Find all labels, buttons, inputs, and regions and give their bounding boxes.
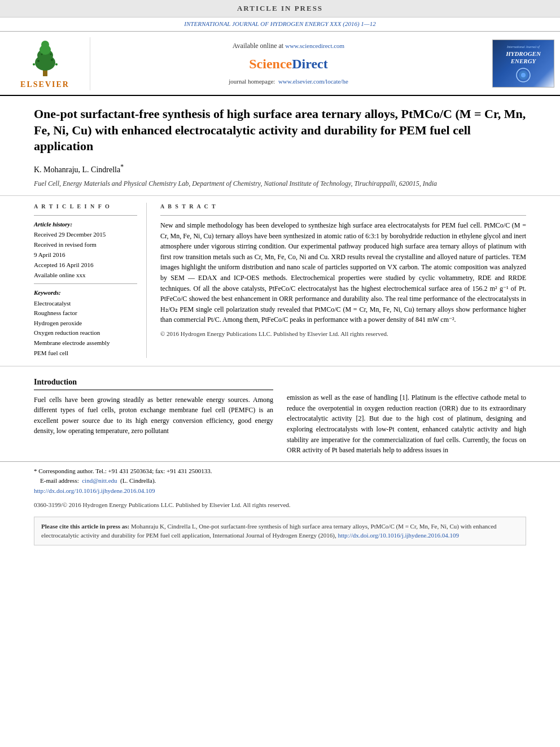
- revised-date: 9 April 2016: [34, 251, 137, 260]
- available-online: Available online xxx: [34, 271, 137, 280]
- divider-2: [34, 283, 137, 284]
- sciencedirect-logo: ScienceDirect: [249, 54, 328, 74]
- email-link[interactable]: cind@nitt.edu: [82, 477, 117, 484]
- svg-point-13: [521, 73, 526, 77]
- citation-prefix-label: Please cite this article in press as:: [41, 523, 129, 530]
- email-suffix: (L. Cindrella).: [120, 477, 156, 484]
- citation-box: Please cite this article in press as: Mo…: [34, 517, 526, 545]
- available-online-text: Available online at www.sciencedirect.co…: [233, 41, 344, 51]
- accepted-date: Accepted 16 April 2016: [34, 261, 137, 270]
- elsevier-tree-icon: [23, 37, 68, 77]
- received-date: Received 29 December 2015: [34, 230, 137, 239]
- svg-point-10: [33, 63, 35, 65]
- keyword-5: Membrane electrode assembly: [34, 338, 137, 348]
- abstract-heading: A B S T R A C T: [160, 203, 526, 211]
- intro-right-text: emission as well as the ease of handling…: [287, 392, 526, 456]
- journal-cover-main-title: HYDROGENENERGY: [506, 50, 541, 64]
- revised-label: Received in revised form: [34, 241, 137, 250]
- keywords-list: Electrocatalyst Roughness factor Hydroge…: [34, 299, 137, 359]
- svg-point-7: [41, 53, 42, 55]
- journal-line: INTERNATIONAL JOURNAL OF HYDROGEN ENERGY…: [0, 18, 560, 32]
- abstract-col: A B S T R A C T New and simple methodolo…: [160, 203, 526, 359]
- body-left-col: Introduction Fuel cells have been growin…: [34, 377, 273, 456]
- svg-point-9: [55, 63, 58, 65]
- article-authors: K. Mohanraju, L. Cindrella*: [34, 163, 526, 176]
- keyword-2: Roughness factor: [34, 308, 137, 318]
- doi-line: http://dx.doi.org/10.1016/j.ijhydene.201…: [34, 486, 526, 496]
- keyword-4: Oxygen reduction reaction: [34, 328, 137, 338]
- elsevier-wordmark: ELSEVIER: [20, 79, 69, 90]
- body-area: Introduction Fuel cells have been growin…: [0, 366, 560, 461]
- svg-point-8: [50, 53, 51, 55]
- introduction-heading: Introduction: [34, 377, 273, 390]
- article-title: One-pot surfactant-free synthesis of hig…: [34, 106, 526, 155]
- keyword-6: PEM fuel cell: [34, 348, 137, 359]
- journal-cover-image: International Journal of HYDROGENENERGY: [492, 40, 554, 88]
- elsevier-logo: ELSEVIER: [20, 37, 69, 90]
- article-title-area: One-pot surfactant-free synthesis of hig…: [0, 96, 560, 196]
- corresponding-asterisk: *: [120, 163, 124, 171]
- journal-homepage-url[interactable]: www.elsevier.com/locate/he: [278, 78, 348, 85]
- article-in-press-banner: ARTICLE IN PRESS: [0, 0, 560, 18]
- history-label: Article history:: [34, 220, 137, 229]
- corresponding-author-note: * Corresponding author. Tel.: +91 431 25…: [34, 466, 526, 477]
- article-info-abstract-area: A R T I C L E I N F O Article history: R…: [0, 196, 560, 367]
- corresponding-author-text: * Corresponding author. Tel.: +91 431 25…: [34, 468, 212, 474]
- abstract-copyright: © 2016 Hydrogen Energy Publications LLC.…: [160, 330, 526, 339]
- abstract-text: New and simple methodology has been deve…: [160, 220, 526, 325]
- direct-part: Direct: [292, 56, 328, 71]
- citation-doi-link[interactable]: http://dx.doi.org/10.1016/j.ijhydene.201…: [338, 532, 460, 539]
- journal-cover-title: International Journal of: [506, 44, 541, 50]
- svg-point-5: [37, 60, 40, 62]
- keyword-3: Hydrogen peroxide: [34, 318, 137, 329]
- footnote-area: * Corresponding author. Tel.: +91 431 25…: [0, 461, 560, 499]
- keywords-label: Keywords:: [34, 289, 137, 298]
- article-info-col: A R T I C L E I N F O Article history: R…: [34, 203, 147, 359]
- authors-text: K. Mohanraju, L. Cindrella: [34, 165, 120, 174]
- email-line: E-mail address: cind@nitt.edu (L. Cindre…: [34, 476, 526, 486]
- email-label: E-mail address:: [40, 477, 79, 484]
- science-part: Science: [249, 56, 292, 71]
- divider-1: [34, 215, 137, 216]
- header-area: ELSEVIER Available online at www.science…: [0, 32, 560, 96]
- svg-point-4: [41, 41, 49, 49]
- article-info-heading: A R T I C L E I N F O: [34, 203, 137, 211]
- header-center: Available online at www.sciencedirect.co…: [90, 37, 487, 90]
- affiliation: Fuel Cell, Energy Materials and Physical…: [34, 179, 526, 189]
- svg-point-6: [51, 59, 53, 61]
- intro-left-text: Fuel cells have been growing steadily as…: [34, 395, 273, 436]
- copyright-footer: 0360-3199/© 2016 Hydrogen Energy Publica…: [0, 499, 560, 512]
- elsevier-logo-area: ELSEVIER: [0, 37, 90, 90]
- doi-link[interactable]: http://dx.doi.org/10.1016/j.ijhydene.201…: [34, 487, 155, 494]
- journal-cover-graphic: [506, 67, 540, 84]
- journal-homepage-line: journal homepage: www.elsevier.com/locat…: [229, 77, 348, 86]
- divider-3: [160, 215, 526, 216]
- keyword-1: Electrocatalyst: [34, 299, 137, 309]
- sciencedirect-url[interactable]: www.sciencedirect.com: [285, 42, 344, 49]
- journal-cover-area: International Journal of HYDROGENENERGY: [487, 37, 560, 90]
- body-right-col: emission as well as the ease of handling…: [287, 377, 526, 456]
- journal-homepage-label: journal homepage:: [229, 78, 275, 85]
